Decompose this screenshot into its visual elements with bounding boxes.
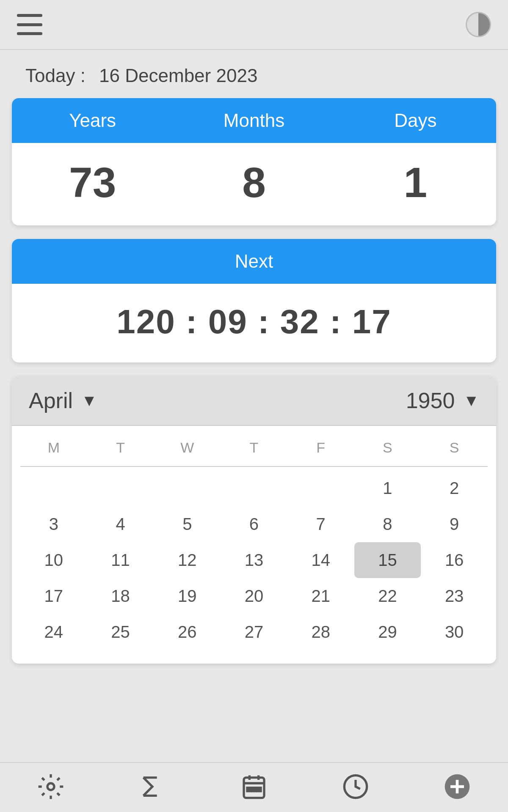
calendar-icon [240, 773, 268, 800]
calendar-day [20, 470, 87, 506]
calendar-day[interactable]: 29 [354, 614, 421, 650]
weekday-S1: S [354, 434, 421, 461]
calendar-day[interactable]: 10 [20, 542, 87, 578]
gear-icon [37, 773, 64, 800]
today-section: Today : 16 December 2023 [0, 50, 508, 98]
calendar-month-label: April [29, 388, 73, 413]
calendar-day[interactable]: 15 [354, 542, 421, 578]
calendar-weekdays: M T W T F S S [20, 434, 488, 467]
theme-toggle-button[interactable] [466, 12, 491, 37]
calendar-day[interactable]: 23 [421, 578, 488, 614]
years-header: Years [12, 98, 173, 143]
calendar-day[interactable]: 22 [354, 578, 421, 614]
calendar-day[interactable]: 24 [20, 614, 87, 650]
weekday-F: F [287, 434, 354, 461]
months-value: 8 [173, 158, 334, 207]
calendar-day[interactable]: 28 [287, 614, 354, 650]
calendar-day[interactable]: 1 [354, 470, 421, 506]
calendar-day[interactable]: 4 [87, 506, 154, 542]
calendar-grid: 1234567891011121314151617181920212223242… [20, 470, 488, 650]
calendar-day[interactable]: 5 [154, 506, 221, 542]
calendar-card: April ▼ 1950 ▼ M T W T F S S 12345678910… [12, 376, 496, 664]
calendar-day[interactable]: 30 [421, 614, 488, 650]
age-card: Years Months Days 73 8 1 [12, 98, 496, 225]
sigma-icon [139, 773, 166, 800]
calendar-body: M T W T F S S 12345678910111213141516171… [12, 426, 496, 664]
calendar-day[interactable]: 2 [421, 470, 488, 506]
calendar-year-label: 1950 [406, 388, 455, 413]
next-card-countdown: 120 : 09 : 32 : 17 [12, 284, 496, 362]
month-selector[interactable]: April ▼ [29, 388, 406, 413]
months-header: Months [173, 98, 334, 143]
next-card-header: Next [12, 239, 496, 284]
year-dropdown-arrow[interactable]: ▼ [463, 392, 479, 410]
calendar-day[interactable]: 26 [154, 614, 221, 650]
nav-sum[interactable] [102, 773, 203, 800]
calendar-day[interactable]: 13 [221, 542, 287, 578]
weekday-T1: T [87, 434, 154, 461]
top-bar [0, 0, 508, 50]
calendar-day[interactable]: 6 [221, 506, 287, 542]
days-value: 1 [335, 158, 496, 207]
today-label-text: Today : [25, 65, 86, 86]
main-content: Years Months Days 73 8 1 Next 120 : 09 :… [0, 98, 508, 762]
calendar-day[interactable]: 16 [421, 542, 488, 578]
calendar-day[interactable]: 8 [354, 506, 421, 542]
weekday-M: M [20, 434, 87, 461]
years-value: 73 [12, 158, 173, 207]
nav-settings[interactable] [0, 773, 102, 800]
svg-point-0 [47, 783, 54, 790]
svg-rect-5 [247, 788, 251, 791]
calendar-day [87, 470, 154, 506]
calendar-day[interactable]: 7 [287, 506, 354, 542]
today-label: Today : 16 December 2023 [17, 65, 257, 86]
clock-icon [342, 773, 369, 800]
age-card-body: 73 8 1 [12, 143, 496, 225]
calendar-day[interactable]: 9 [421, 506, 488, 542]
calendar-day[interactable]: 27 [221, 614, 287, 650]
svg-rect-6 [252, 788, 256, 791]
bottom-nav [0, 762, 508, 812]
calendar-day[interactable]: 11 [87, 542, 154, 578]
month-dropdown-arrow[interactable]: ▼ [81, 392, 97, 410]
weekday-S2: S [421, 434, 488, 461]
calendar-day[interactable]: 18 [87, 578, 154, 614]
today-date: 16 December 2023 [99, 65, 257, 86]
days-header: Days [335, 98, 496, 143]
calendar-day [287, 470, 354, 506]
next-card: Next 120 : 09 : 32 : 17 [12, 239, 496, 362]
calendar-day [154, 470, 221, 506]
plus-icon [444, 773, 471, 800]
calendar-day[interactable]: 20 [221, 578, 287, 614]
menu-icon[interactable] [17, 14, 42, 35]
calendar-day[interactable]: 19 [154, 578, 221, 614]
age-card-header: Years Months Days [12, 98, 496, 143]
nav-calendar[interactable] [203, 773, 305, 800]
nav-clock[interactable] [305, 773, 406, 800]
year-selector[interactable]: 1950 ▼ [406, 388, 479, 413]
weekday-T2: T [221, 434, 287, 461]
calendar-day[interactable]: 3 [20, 506, 87, 542]
svg-rect-7 [257, 788, 261, 791]
calendar-day[interactable]: 17 [20, 578, 87, 614]
weekday-W: W [154, 434, 221, 461]
calendar-day [221, 470, 287, 506]
calendar-day[interactable]: 14 [287, 542, 354, 578]
nav-add[interactable] [406, 773, 508, 800]
calendar-day[interactable]: 21 [287, 578, 354, 614]
calendar-day[interactable]: 12 [154, 542, 221, 578]
calendar-header: April ▼ 1950 ▼ [12, 376, 496, 426]
calendar-day[interactable]: 25 [87, 614, 154, 650]
